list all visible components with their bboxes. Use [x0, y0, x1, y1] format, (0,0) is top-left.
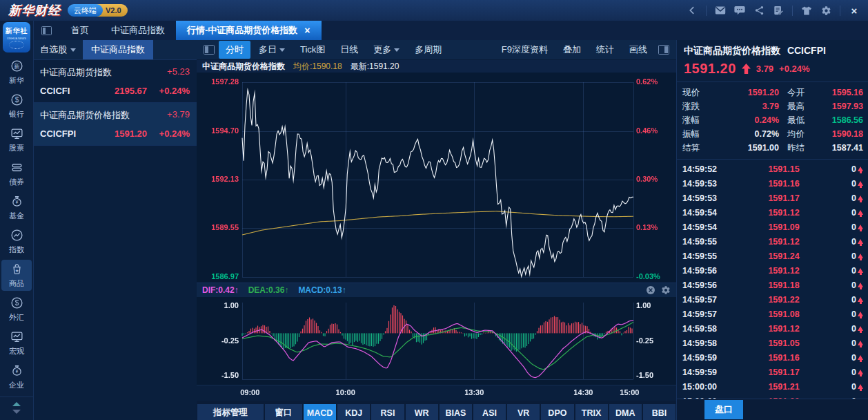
chat-icon[interactable]: [734, 5, 745, 16]
share-icon[interactable]: [753, 5, 765, 16]
tick-time: 14:59:52: [682, 164, 728, 174]
tick-row: 14:59:531591.170: [682, 191, 863, 205]
app-logo-title: 新华社: [6, 26, 28, 36]
close-pane-icon[interactable]: [646, 285, 655, 295]
stat-value: 1597.93: [812, 102, 863, 111]
tab-2[interactable]: 中证商品指数: [100, 21, 176, 40]
top-icon-bar: ×: [687, 5, 868, 16]
indicator-指标管理[interactable]: 指标管理: [197, 404, 264, 420]
app-logo-subtitle: XINHUA NEWS: [7, 37, 26, 40]
indicator-窗口[interactable]: 窗口: [265, 404, 302, 420]
indicator-WR[interactable]: WR: [406, 404, 438, 420]
chart-period-label: Tick图: [300, 44, 325, 56]
sidebar-item-银行[interactable]: $银行: [1, 90, 32, 122]
close-icon[interactable]: ×: [849, 5, 860, 16]
svg-text:新: 新: [14, 63, 19, 70]
pct-axis-label: 0.62%: [636, 77, 658, 86]
tick-volume-value: 0: [851, 353, 856, 363]
chart-period-分时[interactable]: 分时: [219, 41, 250, 59]
sidebar-item-股票[interactable]: 股票: [1, 124, 32, 155]
indicator-VR[interactable]: VR: [507, 404, 540, 420]
tick-up-arrow-icon: [858, 239, 863, 244]
indicator-RSI[interactable]: RSI: [371, 404, 404, 420]
tick-time: 14:59:59: [682, 368, 728, 377]
dif-value-label: DIF:0.42↑: [202, 285, 239, 295]
indicator-DMA[interactable]: DMA: [609, 404, 642, 420]
chart-period-label: 更多: [373, 44, 391, 56]
chart-period-多周期[interactable]: 多周期: [408, 41, 448, 59]
svg-text:$: $: [14, 96, 19, 104]
tick-up-arrow-icon: [858, 195, 863, 200]
sidebar-item-基金[interactable]: ¥基金: [1, 192, 32, 223]
chart-action-F9深度资料[interactable]: F9深度资料: [495, 41, 555, 59]
macd-value-label: MACD:0.13↑: [298, 285, 346, 295]
indicator-bar: 指标管理窗口MACDKDJRSIWRBIASASIVRDPOTRIXDMABBI: [197, 401, 676, 420]
sidebar-item-新华[interactable]: 新新华: [1, 57, 32, 88]
sidebar-item-企业[interactable]: ¥企业: [1, 361, 32, 392]
sidebar-item-label: 银行: [9, 109, 24, 120]
chart-action-画线[interactable]: 画线: [622, 41, 654, 59]
sidebar-item-债券[interactable]: 债券: [1, 158, 32, 189]
tick-list[interactable]: 14:59:521591.15014:59:531591.16014:59:53…: [677, 160, 868, 399]
chart-action-叠加[interactable]: 叠加: [556, 41, 588, 59]
tick-up-arrow-icon: [858, 355, 863, 360]
indicator-DPO[interactable]: DPO: [541, 404, 573, 420]
indicator-KDJ[interactable]: KDJ: [337, 404, 370, 420]
tick-volume: 0: [840, 382, 863, 392]
pane-settings-gear-icon[interactable]: [661, 285, 671, 295]
tick-up-arrow-icon: [858, 225, 863, 229]
gear-icon[interactable]: [820, 5, 831, 16]
macd-axis-label: -1.50: [636, 371, 676, 379]
sidebar-item-外汇[interactable]: $外汇: [1, 294, 32, 325]
indicator-ASI[interactable]: ASI: [473, 404, 506, 420]
tick-price: 1591.24: [728, 251, 840, 261]
close-tab-icon[interactable]: ×: [304, 25, 310, 36]
watchlist-group-dropdown[interactable]: 自选股: [33, 40, 83, 59]
watchlist-tab-commodity-index[interactable]: 中证商品指数: [83, 40, 153, 59]
collapse-right-panel-icon[interactable]: [655, 45, 672, 55]
chart-period-Tick图[interactable]: Tick图: [293, 41, 332, 59]
quote-stat-row: 涨幅0.24%最低1586.56: [682, 113, 863, 127]
tick-price: 1591.12: [728, 266, 840, 276]
order-book-tab[interactable]: 盘口: [704, 400, 743, 419]
price-chart-canvas[interactable]: [197, 73, 676, 283]
scroll-down-icon[interactable]: [12, 410, 21, 414]
sidebar-item-label: 商品: [9, 278, 24, 289]
tick-up-arrow-icon: [858, 341, 863, 345]
chart-period-日线[interactable]: 日线: [333, 41, 365, 59]
stat-value: 1591.00: [707, 143, 779, 153]
chart-period-多日[interactable]: 多日: [252, 41, 292, 59]
instrument-code: CCICFI: [40, 86, 70, 96]
sidebar-item-指数[interactable]: 指数: [1, 226, 32, 257]
brand: 新华财经 云终端 V2.0: [0, 2, 128, 19]
price-axis-label: 1592.13: [197, 175, 239, 183]
indicator-BBI[interactable]: BBI: [643, 404, 675, 420]
tick-time: 14:59:59: [682, 353, 728, 363]
note-icon[interactable]: [773, 5, 784, 16]
tab-1[interactable]: 首页: [60, 21, 100, 40]
indicator-BIAS[interactable]: BIAS: [440, 404, 472, 420]
chart-action-buttons: F9深度资料叠加统计画线: [495, 41, 654, 59]
mail-icon[interactable]: [715, 5, 726, 16]
tab-3[interactable]: 行情-中证商品期货价格指数×: [176, 21, 322, 40]
scroll-up-icon[interactable]: [12, 402, 21, 406]
indicator-MACD[interactable]: MACD: [304, 404, 336, 420]
window-layout-icon[interactable]: [33, 21, 60, 40]
watchlist-item-CCICFI[interactable]: 中证商品期货指数+5.23CCICFI2195.67+0.24%: [33, 60, 197, 103]
watchlist-item-CCICFPI[interactable]: 中证商品期货价格指数+3.79CCICFPI1591.20+0.24%: [33, 103, 197, 146]
tick-volume: 0: [840, 193, 863, 203]
watchlist-item-row1: 中证商品期货指数+5.23: [40, 66, 190, 79]
indicator-TRIX[interactable]: TRIX: [575, 404, 608, 420]
chart-action-统计[interactable]: 统计: [589, 41, 621, 59]
shirt-icon[interactable]: [801, 5, 812, 16]
chart-period-buttons: 分时多日Tick图日线更多多周期: [219, 41, 448, 59]
sidebar-item-宏观[interactable]: 宏观: [1, 327, 32, 359]
tick-up-arrow-icon: [858, 210, 863, 215]
chart-period-更多[interactable]: 更多: [366, 41, 406, 59]
macd-chart-canvas[interactable]: [197, 297, 676, 385]
chevron-down-icon: [394, 48, 400, 52]
tick-price: 1591.16: [728, 179, 840, 189]
chevron-left-icon[interactable]: [687, 5, 698, 16]
sidebar-item-商品[interactable]: ★商品: [1, 260, 32, 291]
collapse-left-panel-icon[interactable]: [201, 45, 217, 55]
